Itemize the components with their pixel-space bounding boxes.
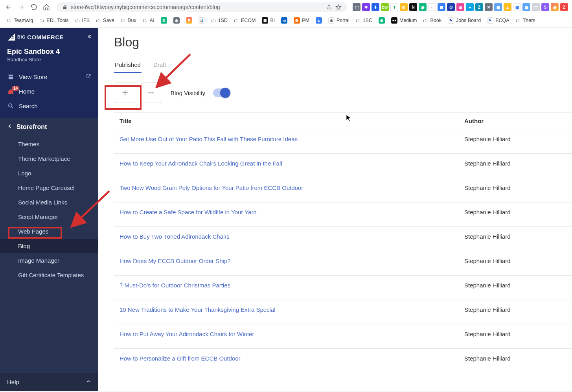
post-title-link[interactable]: Two New Wood Grain Poly Options for Your… [120,184,464,191]
forward-button[interactable] [17,2,26,12]
tab-published[interactable]: Published [114,57,142,73]
external-link-icon [86,74,91,80]
post-title-link[interactable]: 10 New Traditions to Make Your Thanksgiv… [120,306,464,313]
post-title-link[interactable]: How to Buy Two-Toned Adirondack Chairs [120,233,464,240]
bookmark-folder[interactable]: 🗀1SC [353,16,375,25]
bookmark-item[interactable]: F [183,16,195,25]
bookmark-item[interactable]: ▦BI [259,16,278,25]
more-actions-button[interactable] [141,83,161,103]
post-title-link[interactable]: How to Keep Your Adirondack Chairs Looki… [120,160,464,167]
post-author: Stephanie Hilliard [464,331,566,337]
bookmark-folder[interactable]: 🗀AI [140,16,157,25]
tab-draft[interactable]: Draft [153,57,167,73]
ext-icon[interactable]: ⚕ [390,3,398,11]
ext-icon[interactable]: ✕ [485,3,493,11]
mouse-cursor-icon [346,114,351,123]
ext-icon[interactable]: Z [560,3,568,11]
bookmark-folder[interactable]: 🗀Book [420,16,444,25]
arrow-left-icon [5,4,12,11]
share-icon[interactable] [326,4,332,10]
chevron-left-icon [7,123,13,131]
ext-icon[interactable]: ✱ [362,3,370,11]
ext-icon[interactable]: ⬚ [353,3,360,11]
post-title-link[interactable]: 7 Must-Do's for Outdoor Christmas Partie… [120,282,464,289]
post-author: Stephanie Hilliard [464,209,566,215]
bookmark-folder[interactable]: 🗀1SD [208,16,230,25]
home-button[interactable] [42,2,51,12]
nav-item-gift-certificate-templates[interactable]: Gift Certificate Templates [0,268,98,282]
ext-icon[interactable]: ▦ [513,3,521,11]
ext-icon[interactable]: ◐ [400,3,408,11]
add-post-button[interactable] [115,83,135,103]
ext-icon[interactable]: ▲ [504,3,511,11]
view-store-link[interactable]: View Store [0,70,98,84]
bookmark-folder[interactable]: 🗀Teamwig [4,16,36,25]
post-title-link[interactable]: How to Personalize a Gift from ECCB Outd… [120,355,464,362]
bookmark-icon: ◉ [328,17,335,24]
bookmark-folder[interactable]: 🗀Save [93,16,117,25]
bookmark-item[interactable]: ✎Jobs Board [445,16,484,25]
ext-icon[interactable]: ◉ [456,3,464,11]
nav-item-themes[interactable]: Themes [0,137,98,151]
nav-item-theme-marketplace[interactable]: Theme Marketplace [0,151,98,166]
nav-item-blog[interactable]: Blog [0,239,98,253]
nav-item-image-manager[interactable]: Image Manager [0,253,98,268]
bookmark-icon: ✎ [487,17,493,24]
star-icon[interactable] [335,4,342,10]
bookmark-folder[interactable]: 🗀Them [513,16,538,25]
bookmark-item[interactable]: 📊 [196,16,208,25]
blog-visibility-label: Blog Visibility [171,90,205,96]
bookmark-item[interactable]: ◉PM [291,16,312,25]
ext-icon[interactable]: bw [381,3,389,11]
ext-icon[interactable]: N [409,3,417,11]
nav-item-social-media-links[interactable]: Social Media Links [0,195,98,210]
nav-item-web-pages[interactable]: Web Pages [0,224,98,239]
home-link[interactable]: Home 14 [0,84,98,99]
ext-icon[interactable]: Z [475,3,483,11]
post-title-link[interactable]: How to Create a Safe Space for Wildlife … [120,209,464,215]
bookmark-item[interactable]: in [278,16,290,25]
ext-icon[interactable]: ▦ [494,3,502,11]
collapse-sidebar-icon[interactable] [86,33,93,41]
ext-icon[interactable]: ▦ [522,3,530,11]
ext-icon[interactable]: ① [447,3,455,11]
nav-item-script-manager[interactable]: Script Manager [0,210,98,224]
url-bar[interactable]: store-6vq1klwooy.mybigcommerce.com/manag… [57,2,347,12]
bookmark-item[interactable]: ●●Medium [388,16,419,25]
reload-button[interactable] [29,2,39,12]
help-link[interactable]: Help [0,373,98,391]
post-title-link[interactable]: How to Put Away Your Adirondack Chairs f… [120,331,464,337]
bookmark-folder[interactable]: 🗀ECOM [231,16,259,25]
folder-icon: 🗀 [39,18,44,23]
ext-icon[interactable]: ○ [428,3,436,11]
bookmark-item[interactable]: ◉ [171,16,182,25]
storefront-section-header[interactable]: Storefront [0,118,98,136]
ext-icon[interactable]: ⬇ [372,3,379,11]
nav-item-home-page-carousel[interactable]: Home Page Carousel [0,180,98,195]
bookmark-folder[interactable]: 🗀EDL Tools [37,16,71,25]
search-link[interactable]: Search [0,99,98,113]
bookmark-folder[interactable]: 🗀IFS [72,16,92,25]
bookmark-icon: B [161,17,167,24]
ext-icon[interactable]: ◻ [532,3,540,11]
post-author: Stephanie Hilliard [464,355,566,362]
bookmark-item[interactable]: ◉ [376,16,388,25]
bookmark-icon: ◉ [173,17,180,24]
post-title-link[interactable]: How Does My ECCB Outdoor Order Ship? [120,258,464,264]
ext-icon[interactable]: ◉ [551,3,559,11]
bookmark-item[interactable]: ▲ [313,16,325,25]
bookmark-item[interactable]: ◉Portal [326,16,352,25]
ext-icon[interactable]: ◉ [419,3,427,11]
ext-icon[interactable]: ● [466,3,474,11]
ext-icon[interactable]: ◼ [438,3,445,11]
ext-icon[interactable]: S [541,3,549,11]
blog-visibility-toggle[interactable] [213,88,230,97]
nav-item-logo[interactable]: Logo [0,166,98,180]
post-author: Stephanie Hilliard [464,282,566,289]
bookmark-item[interactable]: ✎BCQA [484,16,512,25]
back-button[interactable] [4,2,13,12]
bookmark-folder[interactable]: 🗀Dux [118,16,139,25]
post-title-link[interactable]: Get More Use Out of Your Patio This Fall… [120,136,464,142]
bookmark-item[interactable]: B [158,16,170,25]
logo-row: BIGCOMMERCE [0,28,98,45]
